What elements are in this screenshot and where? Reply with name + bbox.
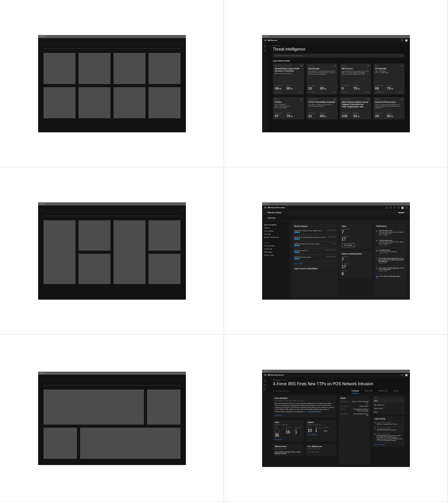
support-item[interactable]: Documentation [264, 244, 287, 247]
view-icon[interactable] [298, 91, 300, 93]
support-item[interactable]: Community [264, 247, 287, 251]
share-icon[interactable] [301, 91, 302, 93]
recent-projects-panel: Recent projects Improving customer retur… [292, 223, 338, 297]
project-row[interactable]: 2020 Q1 Increasing Search_performanc_and… [294, 235, 336, 242]
bookmark-icon[interactable] [334, 65, 336, 67]
bell-icon[interactable] [401, 374, 403, 376]
view-tasks-link[interactable]: View tasks [275, 439, 302, 440]
notification-item[interactable]: Transformed dataJob_2 has been transform… [376, 248, 405, 256]
tab-bar: OverviewTasks (36)Artifacts (10)Activity [346, 388, 404, 393]
action-item[interactable]: Export as PDF› [374, 407, 403, 411]
rail-icon[interactable] [264, 384, 266, 386]
nav-item[interactable]: Projects [264, 226, 287, 230]
tab-artifacts[interactable]: Artifacts (10) [378, 390, 388, 393]
left-rail [262, 43, 268, 132]
nav-item[interactable]: Analytics dashboards [264, 236, 287, 239]
gear-icon[interactable] [394, 207, 396, 209]
project-row[interactable]: 2020 Ecombrain Show sales analysis Today [294, 242, 336, 248]
notification-item[interactable]: Cannot transform dataThe data transforma… [376, 238, 405, 248]
breadcrumb[interactable]: Homepage [268, 43, 410, 46]
view-artifacts-link[interactable]: View artifacts [308, 434, 334, 435]
bell-icon[interactable] [401, 39, 403, 41]
threat-card[interactable]: Malware Gandcrab RansomwareThe Cisco Tal… [373, 97, 404, 119]
panel-title: Tasks [275, 421, 302, 423]
bookmark-icon[interactable] [401, 98, 402, 100]
project-row[interactable]: Improving customer return registrations … [294, 228, 336, 235]
menu-icon[interactable] [264, 374, 266, 376]
cell-dashboard: IBM Cloud Pak for Data Welcome, Gentry!v… [224, 167, 448, 335]
support-item[interactable]: IBM support [264, 251, 287, 254]
app-header: IBM Cloud Pak for Data [262, 205, 410, 210]
tab-tasks[interactable]: Tasks (36) [364, 390, 373, 393]
threat-card[interactable]: Malware SquirtDangerSquirtDanger is a co… [306, 63, 338, 95]
search-input[interactable]: Search for threats, IPs, URLs and more⌕ [273, 54, 404, 58]
view-activity-link[interactable]: View all activity [374, 444, 402, 446]
menu-icon[interactable] [264, 40, 266, 41]
panel-title: Notifications [376, 225, 405, 227]
view-icon[interactable] [399, 91, 400, 93]
bookmark-icon[interactable] [401, 65, 402, 67]
notification-item[interactable]: This is where the description goes. It c… [376, 266, 405, 274]
monitoring-panel: Model monitoring alerts Quality alerts7F… [340, 251, 372, 279]
share-icon[interactable] [401, 91, 402, 93]
threat-card[interactable]: Malware Wild NeutronThis adversary has b… [340, 63, 371, 95]
action-item[interactable]: Attach› [374, 411, 403, 414]
apps-icon[interactable] [406, 207, 408, 209]
new-request-button[interactable]: New request [342, 243, 355, 247]
share-icon[interactable] [368, 91, 369, 93]
avatar[interactable] [401, 207, 404, 209]
bell-icon[interactable] [397, 207, 399, 209]
threat-card[interactable]: Botnet SmokeloaderType 2016-08-02Found 2… [373, 63, 404, 95]
brand: IBM Security [268, 39, 277, 41]
rail-icon[interactable] [264, 388, 266, 390]
breadcrumb[interactable]: Homepage / Threats [268, 377, 410, 381]
nav-item[interactable]: Your data [264, 233, 287, 236]
panel-title: Open source vulnerabilities [294, 267, 336, 270]
overview-dropdown[interactable]: Overview ⌄ [262, 215, 410, 221]
threat-card[interactable]: Threat activity Silent Librarian Attacke… [340, 97, 371, 119]
activity-item: 12 Sep 2018 12:23:56 PMAlly Lee is assig… [374, 421, 402, 427]
action-item[interactable]: Edit collaborators› [374, 404, 403, 407]
threat-card[interactable]: Botnet TrickbotType 2018-08-29Found 2,34… [273, 97, 304, 119]
notification-item[interactable]: This is where the description goes... [376, 274, 405, 279]
placeholder [149, 87, 180, 118]
view-icon[interactable] [332, 91, 333, 93]
tab-overview[interactable]: Overview [352, 390, 359, 393]
titlebar [262, 202, 410, 205]
checkbox-icon[interactable] [374, 422, 376, 423]
view-more-link[interactable]: View more [275, 414, 334, 416]
notification-item[interactable]: This is where the description goes. It c… [376, 256, 405, 266]
help-icon[interactable] [390, 207, 392, 209]
ip-chip[interactable]: IP 103.243.107.193 [306, 411, 322, 413]
view-icon[interactable] [365, 91, 367, 93]
nav-item[interactable]: Your catalogs [264, 230, 287, 233]
view-all-link[interactable]: View all (23) [294, 263, 336, 265]
bookmark-icon[interactable] [301, 98, 302, 100]
project-row[interactable]: 2019 Performance goals 08/17/20 9:45 AM [294, 255, 336, 262]
rail-icon[interactable] [264, 380, 266, 382]
nav-heading: Quick navigation [264, 224, 277, 226]
checkbox-icon[interactable] [374, 428, 376, 429]
rail-icon[interactable] [264, 45, 266, 47]
detail-field: Time spent4 days & 04:05 [341, 405, 369, 408]
threat-card[interactable]: Threat activity | Case #9134 Spearphishi… [273, 63, 304, 95]
menu-icon[interactable] [264, 207, 266, 208]
bookmark-icon[interactable] [368, 65, 369, 67]
bookmark-icon[interactable] [368, 98, 369, 100]
bookmark-icon[interactable] [334, 98, 336, 100]
checkbox-icon[interactable] [374, 434, 376, 435]
placeholder [79, 53, 110, 84]
bookmark-icon[interactable] [301, 65, 302, 67]
share-icon[interactable] [334, 91, 336, 93]
avatar[interactable] [405, 374, 408, 376]
support-item[interactable]: Share an idea [264, 254, 287, 257]
status-dropdown[interactable]: Open⌄ [373, 398, 404, 403]
avatar[interactable] [405, 39, 408, 42]
tab-activity[interactable]: Activity [393, 390, 399, 393]
project-row[interactable]: The final sample v.2 06/21/20 11:16 PM [294, 248, 336, 255]
task-stat: Due in 24 hours16 [286, 427, 292, 437]
search-icon[interactable] [386, 207, 388, 209]
rail-icon[interactable] [264, 49, 266, 51]
threat-card[interactable]: Threat activity GPON Vulnerabilities Exp… [306, 97, 338, 119]
notification-item[interactable]: Cannot transform dataThe data transforma… [376, 228, 405, 238]
